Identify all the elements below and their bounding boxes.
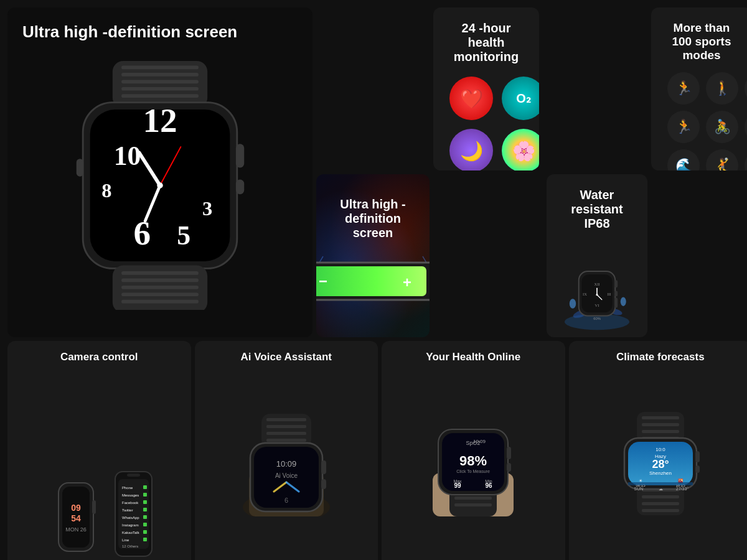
svg-text:09: 09 [71, 503, 81, 513]
card-voice: Ai Voice Assistant 1 [195, 341, 378, 560]
sleep-icon: 🌙 [449, 129, 493, 170]
svg-text:WhatsApp: WhatsApp [122, 516, 139, 520]
svg-rect-55 [614, 291, 618, 296]
svg-rect-2 [121, 73, 199, 77]
svg-text:54: 54 [71, 513, 81, 523]
heart-rate-icon-wrap: ❤️ [449, 77, 493, 120]
health-online-content: SpO2 10:09 98% Click To Measure Max 99 M… [423, 370, 523, 558]
svg-rect-141 [695, 451, 700, 462]
health-online-title: Your Health Online [426, 351, 520, 363]
svg-text:MON 26: MON 26 [65, 526, 87, 533]
svg-rect-119 [642, 423, 679, 426]
svg-rect-63 [92, 500, 96, 514]
svg-text:98%: 98% [459, 453, 487, 469]
sport-other: 🤾 [706, 149, 738, 170]
svg-rect-126 [642, 509, 679, 512]
page-container: Ultra high -definition screen 12 10 8 6 [4, 4, 747, 560]
svg-text:3: 3 [202, 197, 212, 219]
svg-text:5: 5 [177, 220, 190, 250]
svg-rect-1 [121, 65, 199, 69]
right-column: More than 100 sports modes 🏃 🚶 🧗 ⛰️ 🏃 🚴 … [543, 7, 747, 337]
svg-text:12 Others: 12 Others [122, 544, 138, 548]
svg-rect-83 [127, 474, 140, 477]
svg-rect-88 [266, 425, 306, 428]
camera-content: 09 54 MON 26 Phone Messages Facebook [45, 370, 154, 558]
middle-column: 24 -hour health monitoring ❤️ O₂ [316, 7, 539, 337]
card-battery: Ultra high -definition screen − [316, 174, 430, 337]
svg-rect-118 [642, 416, 679, 419]
svg-text:XII: XII [594, 282, 599, 286]
card-water: Water resistant IP68 XII [547, 174, 647, 337]
svg-rect-4 [121, 86, 199, 90]
svg-text:III: III [607, 292, 611, 296]
svg-text:6: 6 [284, 497, 288, 504]
svg-rect-69 [143, 493, 147, 497]
sleep-icon-wrap: 🌙 [449, 129, 493, 170]
camera-watch-svg: 09 54 MON 26 [45, 477, 107, 558]
battery-svg: − + [316, 250, 430, 312]
svg-rect-89 [266, 432, 306, 435]
sport-sprint: 🏃 [667, 111, 700, 143]
svg-text:Instagram: Instagram [122, 523, 139, 527]
svg-text:28°: 28° [652, 458, 669, 470]
card-health: 24 -hour health monitoring ❤️ O₂ [433, 7, 539, 170]
svg-text:Ai Voice: Ai Voice [275, 472, 298, 479]
svg-rect-116 [507, 463, 511, 472]
water-title: Water resistant IP68 [557, 188, 637, 231]
svg-rect-25 [121, 299, 199, 303]
svg-text:Phone: Phone [122, 486, 133, 490]
svg-rect-73 [143, 508, 147, 511]
sports-title: More than 100 sports modes [661, 21, 742, 62]
svg-text:99: 99 [454, 482, 462, 489]
oxygen-icon-wrap: O₂ [502, 77, 539, 120]
svg-rect-104 [454, 503, 492, 506]
svg-text:Facebook: Facebook [122, 501, 139, 505]
battery-title: Ultra high -definition screen [330, 197, 416, 240]
svg-text:8: 8 [101, 179, 111, 202]
svg-rect-3 [121, 80, 199, 83]
svg-rect-56 [614, 297, 618, 307]
sport-water: 🌊 [667, 149, 700, 170]
svg-rect-22 [121, 278, 199, 282]
svg-text:96: 96 [486, 482, 493, 489]
climate-content: 10:0 Hazy 28° Shenzhen ☀ 06:15 🌇 18:15 S… [611, 370, 710, 558]
svg-text:27/33°: 27/33° [676, 487, 689, 491]
card-main-watch: Ultra high -definition screen 12 10 8 6 [7, 7, 312, 337]
svg-rect-99 [321, 479, 326, 489]
svg-point-17 [157, 182, 163, 189]
svg-text:☁: ☁ [658, 487, 662, 491]
svg-rect-124 [642, 495, 679, 498]
heart-rate-icon: ❤️ [449, 77, 493, 120]
svg-rect-23 [121, 285, 199, 289]
climate-title: Climate forecasts [616, 351, 705, 363]
svg-rect-125 [642, 502, 679, 505]
svg-rect-24 [121, 292, 199, 296]
card-health-online: Your Health Online SpO2 [382, 341, 565, 560]
svg-text:−: − [319, 273, 327, 289]
oxygen-icon: O₂ [502, 77, 539, 120]
svg-text:10:09: 10:09 [473, 439, 486, 444]
svg-text:12: 12 [143, 101, 177, 139]
svg-rect-5 [121, 94, 199, 98]
svg-text:Messages: Messages [122, 493, 139, 497]
svg-rect-79 [143, 530, 147, 534]
svg-rect-18 [236, 144, 244, 167]
svg-rect-98 [321, 460, 326, 474]
svg-text:10:09: 10:09 [276, 459, 296, 469]
svg-rect-67 [143, 485, 147, 489]
svg-text:Twitter: Twitter [122, 508, 133, 512]
sport-running: 🏃 [667, 72, 700, 105]
voice-content: 10:09 Ai Voice 6 [237, 370, 336, 558]
svg-rect-90 [266, 439, 306, 442]
card-camera: Camera control 09 54 MON 26 Pho [7, 341, 191, 560]
voice-watch-svg: 10:09 Ai Voice 6 [237, 411, 336, 516]
svg-rect-103 [454, 497, 492, 500]
svg-text:60%: 60% [593, 317, 601, 320]
svg-rect-19 [236, 179, 244, 194]
water-watch-svg: XII III VI IX 60% [557, 240, 637, 337]
battery-visual: − + [316, 250, 430, 315]
camera-phone-svg: Phone Messages Facebook Twitter WhatsApp… [113, 470, 154, 558]
svg-rect-137 [628, 482, 693, 485]
sport-gym: 🤸 [745, 111, 747, 143]
svg-text:KakaoTalk: KakaoTalk [122, 531, 140, 534]
